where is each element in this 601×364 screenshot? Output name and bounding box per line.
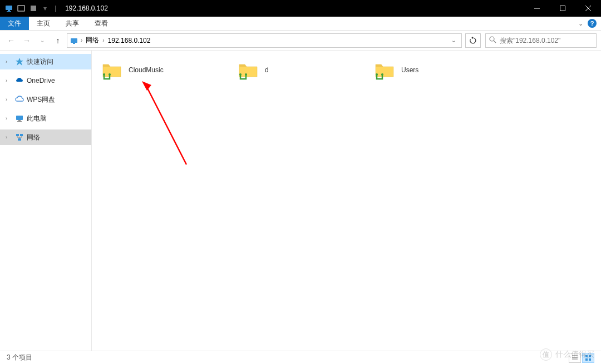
tab-file[interactable]: 文件 <box>0 17 29 30</box>
nav-wps[interactable]: › WPS网盘 <box>0 92 91 107</box>
icons-view-button[interactable] <box>582 353 594 363</box>
minimize-button[interactable] <box>524 0 550 17</box>
svg-rect-4 <box>31 6 36 11</box>
annotation-arrow <box>139 78 189 167</box>
tab-view[interactable]: 查看 <box>87 17 116 30</box>
item-count: 3 个项目 <box>7 353 32 362</box>
svg-point-24 <box>109 73 111 76</box>
svg-line-29 <box>146 85 186 164</box>
forward-button[interactable]: → <box>20 34 33 47</box>
nav-label: 此电脑 <box>27 114 47 123</box>
star-icon <box>14 57 24 67</box>
content-area[interactable]: CloudMusic d <box>92 51 601 351</box>
svg-rect-14 <box>18 120 21 121</box>
nav-network[interactable]: › 网络 <box>0 129 91 145</box>
search-input[interactable] <box>500 37 593 44</box>
breadcrumb-sep-icon: › <box>102 37 104 43</box>
svg-rect-1 <box>8 10 10 11</box>
app-icon <box>4 4 13 13</box>
svg-line-12 <box>494 41 496 43</box>
nav-label: OneDrive <box>27 77 55 84</box>
search-icon <box>489 36 496 45</box>
chevron-right-icon[interactable]: › <box>6 97 12 102</box>
breadcrumb-network[interactable]: 网络 <box>85 36 100 45</box>
nav-this-pc[interactable]: › 此电脑 <box>0 111 91 126</box>
details-view-button[interactable] <box>569 353 581 363</box>
qat-icon-1[interactable] <box>17 4 26 13</box>
nav-label: 快速访问 <box>27 57 53 67</box>
svg-rect-36 <box>589 358 591 361</box>
pc-icon <box>14 113 24 123</box>
chevron-right-icon[interactable]: › <box>6 116 12 121</box>
recent-dropdown-icon[interactable]: ⌄ <box>36 34 49 47</box>
refresh-button[interactable] <box>465 33 481 48</box>
chevron-right-icon[interactable]: › <box>6 134 12 140</box>
svg-rect-16 <box>16 134 19 136</box>
nav-onedrive[interactable]: › OneDrive <box>0 73 91 88</box>
window-title: 192.168.0.102 <box>65 4 108 12</box>
svg-point-23 <box>103 73 105 76</box>
network-icon <box>14 132 24 142</box>
svg-point-28 <box>381 73 383 76</box>
svg-point-11 <box>490 37 494 41</box>
svg-rect-17 <box>20 134 23 136</box>
main-area: › 快速访问 › OneDrive › WPS网盘 › 此电脑 <box>0 51 601 351</box>
breadcrumb-sep-icon: › <box>81 37 82 43</box>
view-switcher <box>569 353 594 363</box>
folder-cloudmusic[interactable]: CloudMusic <box>96 56 233 84</box>
help-button[interactable]: ? <box>588 19 597 28</box>
folder-label: CloudMusic <box>129 66 164 74</box>
ribbon-expand-icon[interactable]: ⌄ <box>578 20 583 27</box>
svg-rect-10 <box>73 43 75 44</box>
tab-home[interactable]: 主页 <box>29 17 58 30</box>
ribbon-right: ⌄ ? <box>578 17 601 30</box>
qat-dropdown-icon[interactable]: ▾ <box>43 4 47 12</box>
up-button[interactable]: ↑ <box>51 34 65 47</box>
navigation-pane[interactable]: › 快速访问 › OneDrive › WPS网盘 › 此电脑 <box>0 51 92 351</box>
tab-share[interactable]: 共享 <box>58 17 87 30</box>
search-box[interactable] <box>485 33 597 48</box>
svg-rect-3 <box>18 6 24 11</box>
folder-users[interactable]: Users <box>369 56 505 84</box>
nav-quick-access[interactable]: › 快速访问 <box>0 54 91 69</box>
svg-rect-2 <box>7 11 11 12</box>
titlebar: ▾ | 192.168.0.102 <box>0 0 601 17</box>
svg-rect-33 <box>585 355 588 357</box>
ribbon-tabs: 文件 主页 共享 查看 ⌄ ? <box>0 17 601 31</box>
svg-point-27 <box>376 73 378 76</box>
folder-label: Users <box>401 66 418 74</box>
chevron-right-icon[interactable]: › <box>6 78 12 83</box>
back-button[interactable]: ← <box>4 34 18 47</box>
cloud-icon <box>14 94 24 104</box>
breadcrumb-host[interactable]: 192.168.0.102 <box>107 37 152 44</box>
svg-rect-0 <box>6 6 12 10</box>
svg-rect-6 <box>560 6 565 11</box>
svg-rect-9 <box>71 38 77 43</box>
svg-rect-18 <box>18 138 21 141</box>
network-share-icon <box>237 59 259 81</box>
location-icon <box>70 36 78 45</box>
nav-label: 网络 <box>27 133 40 142</box>
svg-rect-13 <box>16 116 23 120</box>
qat-icon-2[interactable] <box>29 4 38 13</box>
address-dropdown-icon[interactable]: ⌄ <box>448 37 459 43</box>
address-bar[interactable]: › 网络 › 192.168.0.102 ⌄ <box>67 33 462 48</box>
nav-label: WPS网盘 <box>27 95 55 104</box>
folder-label: d <box>265 66 269 74</box>
folder-d[interactable]: d <box>233 56 369 84</box>
svg-point-26 <box>245 73 247 76</box>
svg-rect-35 <box>585 358 588 361</box>
network-share-icon <box>101 59 123 81</box>
titlebar-left: ▾ | 192.168.0.102 <box>0 4 108 13</box>
status-bar: 3 个项目 <box>0 351 601 364</box>
svg-rect-15 <box>17 121 22 122</box>
window-controls <box>524 0 601 17</box>
close-button[interactable] <box>575 0 601 17</box>
titlebar-divider: | <box>55 4 56 12</box>
address-bar-row: ← → ⌄ ↑ › 网络 › 192.168.0.102 ⌄ <box>0 31 601 51</box>
svg-point-25 <box>239 73 242 76</box>
svg-rect-34 <box>589 355 591 357</box>
chevron-right-icon[interactable]: › <box>6 59 12 64</box>
network-share-icon <box>373 59 396 81</box>
maximize-button[interactable] <box>550 0 575 17</box>
